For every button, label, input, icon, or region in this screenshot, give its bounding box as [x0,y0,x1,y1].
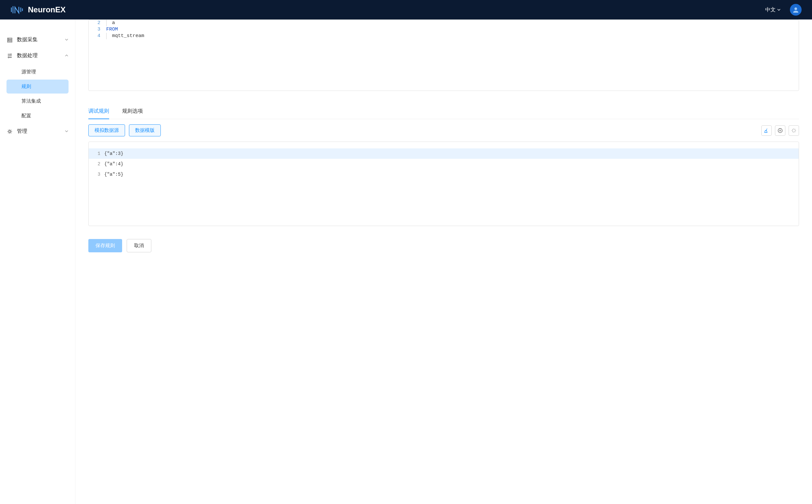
sidebar-item-config[interactable]: 配置 [6,109,69,123]
svg-point-10 [11,54,12,55]
line-content: mqtt_stream [106,33,799,39]
svg-rect-7 [7,41,12,42]
sidebar-group-label: 管理 [17,128,61,135]
output-content: {"a":3} [104,151,123,156]
gear-icon [6,128,13,135]
chevron-down-icon [65,129,69,134]
sidebar-group-management: 管理 [0,124,75,139]
logo-icon [10,5,25,14]
action-bar: 模拟数据源 数据模版 [88,124,799,136]
chevron-up-icon [65,53,69,59]
output-line-number: 1 [89,151,104,156]
code-line: 4 mqtt_stream [89,33,799,39]
data-collection-icon [6,37,13,43]
avatar[interactable] [790,4,802,16]
action-left: 模拟数据源 数据模版 [88,124,161,136]
pause-icon [778,128,783,133]
line-content: a [106,20,799,26]
svg-point-11 [8,57,9,58]
broom-icon [764,128,769,133]
sidebar-group-data-processing: 数据处理 源管理 规则 算法集成 配置 [0,48,75,123]
output-content: {"a":5} [104,172,123,177]
action-right [761,125,799,136]
language-label: 中文 [765,6,776,13]
svg-point-9 [8,40,9,40]
tabs: 调试规则 规则选项 [88,104,799,119]
svg-line-22 [793,131,793,132]
brand-name: NeuronEX [28,5,66,14]
sidebar-item-source-management[interactable]: 源管理 [6,65,69,79]
output-line[interactable]: 2 {"a":4} [89,159,799,169]
main-content: 2 a 3 FROM 4 mqtt_stream 调试规则 规则选项 模拟数据源… [75,19,812,265]
sidebar-item-management[interactable]: 管理 [0,124,75,139]
output-line-number: 3 [89,172,104,177]
tab-rule-options[interactable]: 规则选项 [122,104,143,119]
sidebar-group-data-collection: 数据采集 [0,32,75,47]
line-number: 3 [89,26,106,33]
sidebar-item-data-collection[interactable]: 数据采集 [0,32,75,47]
output-line[interactable]: 1 {"a":3} [89,148,799,159]
line-content: FROM [106,26,799,33]
tab-debug-rules[interactable]: 调试规则 [88,104,109,119]
line-number: 4 [89,33,106,39]
svg-line-20 [793,129,793,129]
svg-rect-6 [7,40,12,41]
output-line[interactable]: 3 {"a":5} [89,169,799,180]
svg-point-4 [794,7,797,10]
sidebar-group-label: 数据处理 [17,52,61,59]
sidebar-group-label: 数据采集 [17,36,61,43]
header-right: 中文 [765,4,802,16]
loading-icon [791,128,796,133]
logo-section: NeuronEX [10,5,66,14]
save-rule-button[interactable]: 保存规则 [88,239,122,252]
user-icon [792,6,799,13]
svg-rect-5 [7,38,12,39]
chevron-down-icon [65,37,69,43]
code-line: 2 a [89,20,799,26]
clear-button[interactable] [761,125,772,136]
sidebar-item-algorithm-integration[interactable]: 算法集成 [6,94,69,108]
code-line: 3 FROM [89,26,799,33]
cancel-button[interactable]: 取消 [127,239,151,252]
svg-point-12 [9,131,11,132]
chevron-down-icon [777,8,781,12]
footer-actions: 保存规则 取消 [88,239,799,252]
output-panel: 1 {"a":3} 2 {"a":4} 3 {"a":5} [88,142,799,226]
svg-point-13 [778,128,782,132]
sidebar-sub-items: 源管理 规则 算法集成 配置 [0,63,75,123]
pause-button[interactable] [775,125,785,136]
app-header: NeuronEX 中文 [0,0,812,19]
loading-button[interactable] [789,125,799,136]
sql-editor[interactable]: 2 a 3 FROM 4 mqtt_stream [88,19,799,91]
line-number: 2 [89,20,106,26]
language-selector[interactable]: 中文 [765,6,781,13]
sidebar-item-rules[interactable]: 规则 [6,80,69,94]
svg-point-8 [8,38,9,39]
sidebar: 数据采集 数据处理 源管理 规则 算法集成 配置 [0,19,75,265]
output-line-number: 2 [89,161,104,167]
simulate-data-source-button[interactable]: 模拟数据源 [88,124,125,136]
svg-line-23 [795,129,795,129]
output-content: {"a":4} [104,161,123,167]
sidebar-item-data-processing[interactable]: 数据处理 [0,48,75,63]
svg-line-21 [795,131,795,132]
data-processing-icon [6,53,13,59]
data-template-button[interactable]: 数据模版 [129,124,161,136]
